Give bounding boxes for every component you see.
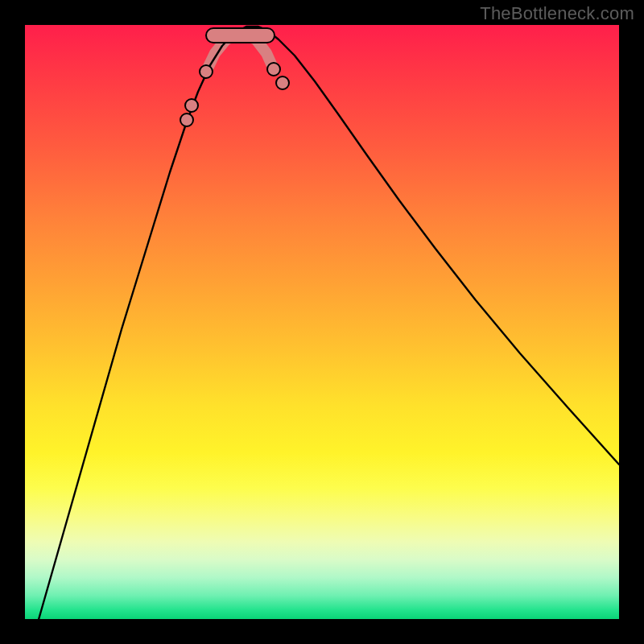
curve-marker bbox=[200, 65, 213, 78]
baseline-strip bbox=[206, 28, 275, 43]
chart-plot-area bbox=[25, 25, 619, 619]
chart-frame: TheBottleneck.com bbox=[0, 0, 644, 644]
curve-layer bbox=[25, 27, 619, 619]
curve-marker bbox=[276, 76, 289, 89]
chart-svg bbox=[25, 25, 619, 619]
curve-marker bbox=[180, 114, 193, 126]
baseline-layer bbox=[206, 28, 275, 43]
watermark-text: TheBottleneck.com bbox=[480, 3, 634, 24]
bottleneck-curve-path bbox=[25, 27, 619, 619]
curve-marker bbox=[185, 99, 198, 112]
curve-marker bbox=[267, 63, 280, 76]
